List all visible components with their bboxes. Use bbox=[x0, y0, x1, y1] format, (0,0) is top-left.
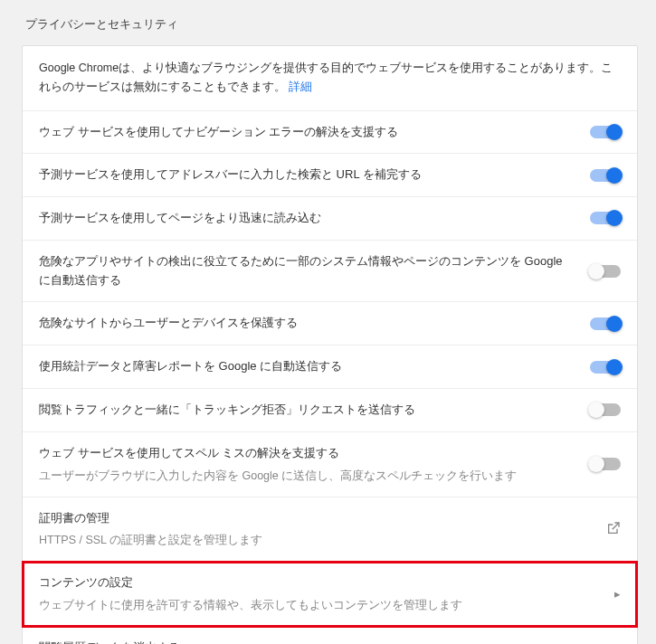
row-clear-browsing-data[interactable]: 閲覧履歴データを消去する 閲覧履歴、Cookie、キャッシュなどを削除します ▸ bbox=[23, 627, 637, 644]
section-title: プライバシーとセキュリティ bbox=[0, 0, 656, 45]
row-text: 閲覧履歴データを消去する 閲覧履歴、Cookie、キャッシュなどを削除します bbox=[39, 639, 614, 644]
row-prediction-url[interactable]: 予測サービスを使用してアドレスバーに入力した検索と URL を補完する bbox=[23, 154, 637, 197]
row-sub: HTTPS / SSL の証明書と設定を管理します bbox=[39, 531, 585, 549]
row-label: 使用統計データと障害レポートを Google に自動送信する bbox=[39, 357, 590, 376]
intro-body: Google Chromeは、より快適なブラウジングを提供する目的でウェブサービ… bbox=[39, 62, 613, 93]
row-text: ウェブ サービスを使用してスペル ミスの解決を支援する ユーザーがブラウザに入力… bbox=[39, 444, 590, 485]
row-label: 閲覧履歴データを消去する bbox=[39, 639, 593, 644]
row-label: コンテンツの設定 bbox=[39, 573, 593, 592]
toggle-send-system-info[interactable] bbox=[590, 265, 621, 278]
row-label: ウェブ サービスを使用してナビゲーション エラーの解決を支援する bbox=[39, 123, 590, 142]
row-nav-error[interactable]: ウェブ サービスを使用してナビゲーション エラーの解決を支援する bbox=[23, 111, 637, 155]
row-label: 危険なサイトからユーザーとデバイスを保護する bbox=[39, 314, 590, 333]
row-sub: ユーザーがブラウザに入力した内容を Google に送信し、高度なスペルチェック… bbox=[39, 467, 568, 485]
row-label: 予測サービスを使用してアドレスバーに入力した検索と URL を補完する bbox=[39, 166, 590, 185]
privacy-card: Google Chromeは、より快適なブラウジングを提供する目的でウェブサービ… bbox=[22, 45, 638, 644]
row-text: 証明書の管理 HTTPS / SSL の証明書と設定を管理します bbox=[39, 509, 606, 550]
toggle-usage-stats[interactable] bbox=[590, 361, 621, 374]
row-sub: ウェブサイトに使用を許可する情報や、表示してもよいコンテンツを管理します bbox=[39, 596, 593, 614]
row-certificates[interactable]: 証明書の管理 HTTPS / SSL の証明書と設定を管理します bbox=[23, 497, 637, 563]
external-link-icon bbox=[606, 521, 621, 538]
chevron-right-icon: ▸ bbox=[614, 587, 621, 601]
row-content-settings[interactable]: コンテンツの設定 ウェブサイトに使用を許可する情報や、表示してもよいコンテンツを… bbox=[23, 562, 637, 627]
row-prediction-page[interactable]: 予測サービスを使用してページをより迅速に読み込む bbox=[23, 197, 637, 241]
toggle-prediction-page[interactable] bbox=[590, 212, 621, 224]
row-label: 予測サービスを使用してページをより迅速に読み込む bbox=[39, 209, 590, 228]
toggle-spellcheck[interactable] bbox=[590, 458, 621, 470]
row-label: 証明書の管理 bbox=[39, 509, 585, 528]
toggle-nav-error[interactable] bbox=[590, 126, 621, 138]
toggle-safe-browsing[interactable] bbox=[590, 317, 621, 330]
row-do-not-track[interactable]: 閲覧トラフィックと一緒に「トラッキング拒否」リクエストを送信する bbox=[23, 389, 637, 432]
row-send-system-info[interactable]: 危険なアプリやサイトの検出に役立てるために一部のシステム情報やページのコンテンツ… bbox=[23, 241, 637, 303]
intro-text: Google Chromeは、より快適なブラウジングを提供する目的でウェブサービ… bbox=[23, 46, 637, 111]
row-spellcheck[interactable]: ウェブ サービスを使用してスペル ミスの解決を支援する ユーザーがブラウザに入力… bbox=[23, 432, 637, 497]
row-label: ウェブ サービスを使用してスペル ミスの解決を支援する bbox=[39, 444, 568, 463]
row-label: 危険なアプリやサイトの検出に役立てるために一部のシステム情報やページのコンテンツ… bbox=[39, 252, 590, 290]
row-label: 閲覧トラフィックと一緒に「トラッキング拒否」リクエストを送信する bbox=[39, 401, 590, 420]
intro-detail-link[interactable]: 詳細 bbox=[289, 80, 312, 93]
row-text: コンテンツの設定 ウェブサイトに使用を許可する情報や、表示してもよいコンテンツを… bbox=[39, 573, 614, 614]
toggle-prediction-url[interactable] bbox=[590, 169, 621, 182]
row-usage-stats[interactable]: 使用統計データと障害レポートを Google に自動送信する bbox=[23, 346, 637, 389]
row-safe-browsing[interactable]: 危険なサイトからユーザーとデバイスを保護する bbox=[23, 302, 637, 346]
toggle-do-not-track[interactable] bbox=[590, 403, 621, 416]
